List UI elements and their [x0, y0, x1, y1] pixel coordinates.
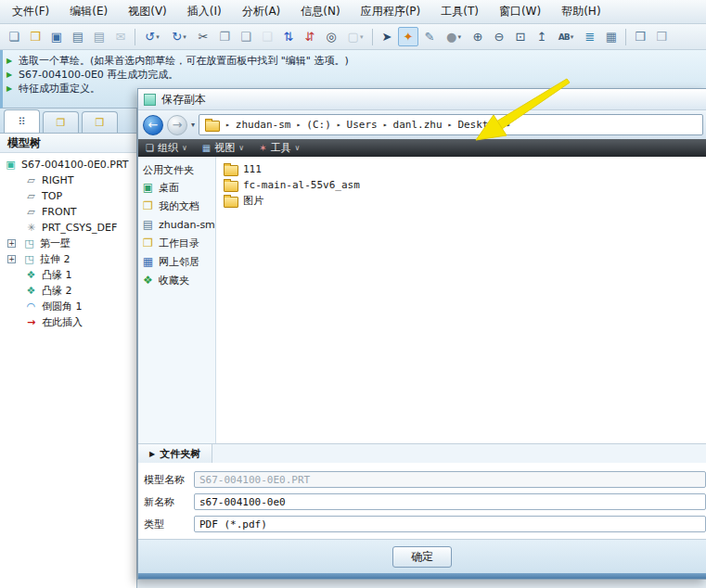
save-button[interactable]: ▣ ▾ [46, 27, 67, 46]
tree-item-icon: ▱ [25, 174, 37, 186]
redo-button[interactable]: ↻ ▾ [166, 27, 192, 46]
favorites-tab[interactable]: ❒ [82, 111, 118, 133]
new-name-field[interactable] [194, 493, 706, 510]
new-file-button[interactable]: ❏ ▾ [4, 27, 24, 46]
window-button[interactable]: ❒ ▾ [630, 27, 650, 46]
zoom-in-button[interactable]: ⊕ ▾ [468, 27, 488, 46]
annotation-toggle-button[interactable]: AB ▾ [553, 27, 579, 46]
undo-button[interactable]: ↺ ▾ [139, 27, 165, 46]
model-tree: + ▣ S67-004100-0E0.PRT + ▱ RIGHT + ▱ TOP… [0, 153, 136, 330]
smart-filter-button[interactable]: ✎ ▾ [419, 27, 440, 46]
breadcrumb-item[interactable]: ▸ Users [337, 119, 378, 131]
breadcrumb-segment-label: Users [347, 119, 378, 131]
paste-special-button[interactable]: ❑ ▾ [257, 27, 277, 46]
menu-item[interactable]: 分析(A) [232, 0, 291, 23]
dialog-menu-bar: ❏ 组织 ∨ ▦ 视图 ∨ ✶ 工具 ∨ [138, 139, 706, 157]
toolbar-icon: ✉ [116, 30, 126, 44]
common-folders-header: 公用文件夹 [141, 161, 212, 178]
mail-button[interactable]: ✉ ▾ [110, 27, 131, 46]
tree-item[interactable]: + ❖ 凸缘 1 [0, 267, 136, 283]
copy-button[interactable]: ❐ ▾ [214, 27, 235, 46]
history-dropdown-icon[interactable]: ▾ [191, 121, 195, 129]
model-tree-tab[interactable]: ⠿ [4, 109, 40, 133]
menu-item[interactable]: 视图(V) [118, 0, 177, 23]
views-menu[interactable]: ▦ 视图 ∨ [202, 141, 244, 155]
model-tree-title: 模型树 [0, 134, 136, 153]
folder-browser-tab[interactable]: ❐ [43, 111, 79, 133]
sidebar-item[interactable]: ▣ 桌面 [141, 178, 212, 197]
folder-tree-toggle[interactable]: ▶ 文件夹树 [138, 444, 212, 463]
menu-item[interactable]: 工具(T) [430, 0, 489, 23]
breadcrumb-item[interactable]: ▸ Desktop [448, 119, 501, 131]
file-item[interactable]: fc-main-al-55v6_asm [224, 177, 699, 193]
tools-menu[interactable]: ✶ 工具 ∨ [259, 141, 300, 155]
print-setup-button[interactable]: ▤ ▾ [89, 27, 109, 46]
paste-button[interactable]: ❑ ▾ [236, 27, 256, 46]
ok-button[interactable]: 确定 [392, 546, 452, 568]
file-item[interactable]: 图片 [224, 193, 699, 209]
dialog-title-bar: 保存副本 [138, 89, 706, 110]
menu-item[interactable]: 信息(N) [290, 0, 350, 23]
regenerate-manager-button[interactable]: ⇵ ▾ [300, 27, 320, 46]
menu-item[interactable]: 插入(I) [177, 0, 232, 23]
sidebar-item[interactable]: ❖ 收藏夹 [141, 271, 212, 289]
breadcrumb-item[interactable]: ▸ (C:) [296, 119, 330, 131]
breadcrumb-separator-icon: ▸ [383, 121, 388, 129]
menu-item[interactable]: 文件(F) [2, 0, 59, 23]
tree-item-label: 拉伸 2 [40, 252, 71, 266]
organize-menu[interactable]: ❏ 组织 ∨ [146, 141, 187, 155]
menu-item[interactable]: 帮助(H) [551, 0, 610, 23]
tree-item[interactable]: + ◳ 拉伸 2 [0, 251, 136, 267]
menu-item[interactable]: 应用程序(P) [351, 0, 431, 23]
message-text: 特征成功重定义。 [19, 82, 100, 96]
type-row: 类型 [144, 513, 706, 535]
file-item[interactable]: 111 [224, 161, 699, 177]
tree-item[interactable]: + ◳ 第一壁 [0, 236, 136, 251]
window-2-button[interactable]: ❒ ▾ [651, 27, 672, 46]
menu-item[interactable]: 编辑(E) [59, 0, 118, 23]
sidebar-item[interactable]: ❐ 工作目录 [141, 234, 212, 252]
address-bar[interactable]: ▸ zhudan-sm ▸ (C:) ▸ Users ▸ danl.zhu ▸ … [199, 114, 703, 135]
tree-item[interactable]: + ▱ FRONT [0, 204, 136, 220]
tree-item[interactable]: + ▱ TOP [0, 188, 136, 204]
select-arrow-button[interactable]: ➤ ▾ [377, 27, 397, 46]
breadcrumb-item[interactable]: ▸ zhudan-sm [225, 119, 290, 131]
type-select[interactable] [194, 516, 706, 532]
select-set-button[interactable]: ▢ ▾ [342, 27, 368, 46]
find-button[interactable]: ◎ ▾ [321, 27, 341, 46]
shading-button[interactable]: ● ▾ [441, 27, 467, 46]
menu-item[interactable]: 窗口(W) [489, 0, 551, 23]
breadcrumb-item[interactable]: ▸ danl.zhu [383, 119, 443, 131]
panel-tabs: ⠿ ❐ ❒ [0, 109, 136, 134]
back-button[interactable]: ← [143, 115, 163, 135]
toolbar-icon: ❏ [8, 30, 19, 44]
sidebar-item[interactable]: ▤ zhudan-sm [141, 215, 212, 234]
tree-item[interactable]: + ▣ S67-004100-0E0.PRT [0, 157, 136, 173]
view-manager-button[interactable]: ▦ ▾ [601, 27, 622, 46]
panel-tab-icon: ❐ [57, 117, 66, 129]
tree-item[interactable]: + ▱ RIGHT [0, 173, 136, 188]
expander-icon[interactable]: + [7, 255, 16, 263]
sidebar-item[interactable]: ❐ 我的文档 [141, 197, 212, 215]
tree-item[interactable]: + ◠ 倒圆角 1 [0, 299, 136, 314]
sidebar-item[interactable]: ▦ 网上邻居 [141, 252, 212, 271]
toolbar-icon: ▤ [94, 30, 105, 44]
chain-select-button[interactable]: ✦ ▾ [398, 27, 418, 46]
print-button[interactable]: ▤ ▾ [68, 27, 88, 46]
open-button[interactable]: ❒ ▾ [25, 27, 45, 46]
expander-icon[interactable]: + [7, 239, 16, 248]
cut-button[interactable]: ✂ ▾ [193, 27, 213, 46]
tree-item[interactable]: + ✳ PRT_CSYS_DEF [0, 220, 136, 236]
refit-button[interactable]: ↥ ▾ [532, 27, 552, 46]
tree-item-icon: ◳ [23, 237, 35, 249]
sidebar-item-label: 网上邻居 [159, 255, 199, 269]
zoom-out-button[interactable]: ⊖ ▾ [489, 27, 509, 46]
zoom-fit-button[interactable]: ⊡ ▾ [510, 27, 531, 46]
dropdown-caret-icon: ▾ [571, 33, 574, 41]
sidebar-items: ▣ 桌面 ❐ 我的文档 ▤ zhudan-sm ❐ 工作目录 ▦ 网上邻居 [141, 178, 212, 289]
regenerate-button[interactable]: ⇅ ▾ [278, 27, 299, 46]
tree-item[interactable]: + ❖ 凸缘 2 [0, 283, 136, 299]
layers-button[interactable]: ≣ ▾ [580, 27, 600, 46]
forward-button[interactable]: → [167, 115, 187, 135]
tree-item[interactable]: + → 在此插入 [0, 314, 136, 330]
